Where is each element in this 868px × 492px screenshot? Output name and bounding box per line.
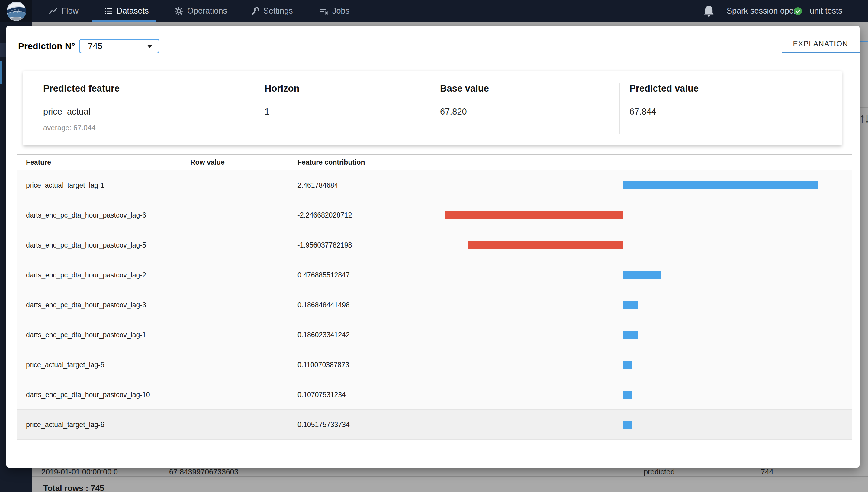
background-cell-value: 67.84399706733603 bbox=[169, 468, 238, 476]
feature-name: price_actual_target_lag-6 bbox=[26, 410, 105, 439]
card-value: price_actual bbox=[43, 107, 90, 117]
contribution-value: 2.461784684 bbox=[297, 170, 338, 200]
background-cell-timestamp: 2019-01-01 00:00:00.0 bbox=[42, 468, 118, 476]
nav-item-label: Settings bbox=[263, 6, 293, 16]
feature-name: darts_enc_pc_dta_hour_pastcov_lag-3 bbox=[26, 290, 146, 320]
nav-item-label: Jobs bbox=[332, 6, 349, 16]
contribution-value: 0.476885512847 bbox=[297, 260, 350, 290]
table-body: price_actual_target_lag-1 2.461784684 da… bbox=[17, 170, 852, 440]
contribution-bar bbox=[623, 361, 632, 369]
feature-name: darts_enc_pc_dta_hour_pastcov_lag-2 bbox=[26, 260, 146, 290]
total-rows-label: Total rows : 745 bbox=[43, 484, 104, 492]
card-title: Base value bbox=[440, 83, 489, 94]
wrench-icon bbox=[251, 7, 260, 16]
nav-item-label: Datasets bbox=[116, 6, 149, 16]
contribution-bar bbox=[623, 421, 632, 429]
session-ok-icon bbox=[794, 7, 802, 17]
card-title: Predicted feature bbox=[43, 83, 120, 94]
contribution-value: 0.186023341242 bbox=[297, 320, 350, 350]
contribution-bar bbox=[623, 391, 632, 399]
tab-explanation[interactable]: EXPLANATION bbox=[782, 33, 860, 53]
table-header: Feature Row value Feature contribution bbox=[17, 154, 852, 170]
active-tab-underline bbox=[93, 20, 156, 22]
column-header-contribution: Feature contribution bbox=[297, 155, 365, 170]
feature-name: price_actual_target_lag-5 bbox=[26, 350, 105, 379]
feature-name: darts_enc_pc_dta_hour_pastcov_lag-5 bbox=[26, 230, 146, 260]
feature-contribution-table: Feature Row value Feature contribution p… bbox=[17, 154, 852, 440]
contribution-bar bbox=[623, 271, 661, 279]
card-subtitle: average: 67.044 bbox=[43, 124, 96, 132]
nav-item-label: Operations bbox=[187, 6, 227, 16]
card-value: 67.820 bbox=[440, 107, 467, 117]
nav-item-jobs[interactable]: Jobs bbox=[319, 0, 349, 22]
top-navbar: Flow Datasets Operations bbox=[0, 0, 868, 22]
sort-icon[interactable]: ↑↓ bbox=[859, 110, 868, 126]
nav-item-datasets[interactable]: Datasets bbox=[104, 0, 149, 22]
nav-item-label: Flow bbox=[61, 6, 79, 16]
feature-name: darts_enc_pc_dta_hour_pastcov_lag-10 bbox=[26, 380, 150, 410]
contribution-bar bbox=[468, 241, 623, 249]
table-row[interactable]: darts_enc_pc_dta_hour_pastcov_lag-3 0.18… bbox=[17, 290, 852, 320]
flow-chart-icon bbox=[49, 7, 58, 16]
chevron-down-icon bbox=[147, 45, 153, 48]
gear-icon bbox=[174, 6, 184, 16]
feature-name: darts_enc_pc_dta_hour_pastcov_lag-6 bbox=[26, 200, 146, 230]
table-row[interactable]: darts_enc_pc_dta_hour_pastcov_lag-1 0.18… bbox=[17, 320, 852, 350]
card-value: 67.844 bbox=[629, 107, 656, 117]
contribution-bar bbox=[623, 301, 638, 309]
table-row[interactable]: price_actual_target_lag-1 2.461784684 bbox=[17, 170, 852, 200]
prediction-number-label: Prediction N° bbox=[18, 39, 75, 53]
column-header-row-value: Row value bbox=[190, 155, 225, 170]
application-root: → ↑↓ 2019-01-01 00:00:00.0 67.8439970673… bbox=[0, 0, 868, 492]
jobs-checklist-icon bbox=[319, 7, 328, 16]
brand-logo[interactable] bbox=[0, 0, 32, 22]
contribution-value: 0.186848441498 bbox=[297, 290, 350, 320]
explanation-modal: Prediction N° 745 EXPLANATION Predicted … bbox=[6, 26, 860, 468]
table-row[interactable]: price_actual_target_lag-6 0.105175733734 bbox=[17, 410, 852, 440]
table-row[interactable]: price_actual_target_lag-5 0.110070387873 bbox=[17, 350, 852, 380]
card-divider bbox=[255, 82, 255, 134]
contribution-value: -2.246682028712 bbox=[297, 200, 352, 230]
card-divider bbox=[620, 82, 620, 134]
background-cell-label: predicted bbox=[643, 468, 675, 476]
contribution-value: 0.110070387873 bbox=[297, 350, 349, 379]
table-row[interactable]: darts_enc_pc_dta_hour_pastcov_lag-2 0.47… bbox=[17, 260, 852, 290]
contribution-bar bbox=[445, 211, 623, 219]
nav-item-settings[interactable]: Settings bbox=[251, 0, 293, 22]
table-row[interactable]: darts_enc_pc_dta_hour_pastcov_lag-10 0.1… bbox=[17, 380, 852, 410]
contribution-value: 0.10707531234 bbox=[297, 380, 346, 410]
notifications-bell-icon[interactable] bbox=[703, 4, 714, 19]
user-menu[interactable]: unit tests bbox=[810, 0, 842, 22]
background-cell-index: 744 bbox=[761, 468, 773, 476]
contribution-bar bbox=[623, 181, 818, 190]
feature-name: darts_enc_pc_dta_hour_pastcov_lag-1 bbox=[26, 320, 146, 350]
datasets-list-icon bbox=[104, 7, 113, 16]
table-row[interactable]: darts_enc_pc_dta_hour_pastcov_lag-5 -1.9… bbox=[17, 230, 852, 260]
sidebar-active-indicator bbox=[0, 62, 2, 84]
card-value: 1 bbox=[265, 107, 269, 117]
prediction-select-value: 745 bbox=[88, 40, 102, 53]
background-row-divider bbox=[32, 476, 868, 477]
contribution-bar bbox=[623, 331, 638, 339]
nav-item-operations[interactable]: Operations bbox=[174, 0, 227, 22]
feature-name: price_actual_target_lag-1 bbox=[26, 170, 105, 200]
background-tab-underline bbox=[860, 41, 868, 42]
column-header-feature: Feature bbox=[26, 155, 51, 170]
background-divider bbox=[860, 107, 868, 108]
card-divider bbox=[430, 82, 430, 134]
contribution-value: 0.105175733734 bbox=[297, 410, 350, 439]
table-row[interactable]: darts_enc_pc_dta_hour_pastcov_lag-6 -2.2… bbox=[17, 200, 852, 230]
nav-item-flow[interactable]: Flow bbox=[49, 0, 79, 22]
brand-logo-icon bbox=[6, 1, 27, 21]
card-title: Horizon bbox=[265, 83, 299, 94]
prediction-select[interactable]: 745 bbox=[79, 39, 159, 53]
spark-session-status[interactable]: Spark session open bbox=[727, 0, 798, 22]
card-title: Predicted value bbox=[629, 83, 699, 94]
summary-cards-panel: Predicted feature price_actual average: … bbox=[23, 71, 842, 145]
contribution-value: -1.956037782198 bbox=[297, 230, 352, 260]
